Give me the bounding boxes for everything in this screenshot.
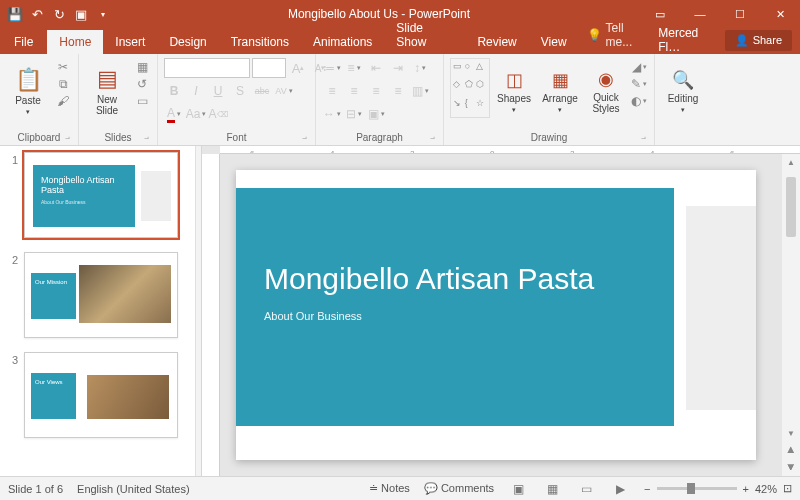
slide-editor: 6 4 2 0 2 4 6 Mongibello Artisan Pasta A… [202, 146, 800, 476]
save-icon[interactable]: 💾 [6, 5, 24, 23]
content-area: 1 Mongibello Artisan PastaAbout Our Busi… [0, 146, 800, 476]
scrollbar-thumb[interactable] [786, 177, 796, 237]
horizontal-ruler[interactable]: 6 4 2 0 2 4 6 [220, 146, 800, 154]
tab-view[interactable]: View [529, 30, 579, 54]
scroll-up-icon[interactable]: ▲ [783, 154, 799, 171]
strike-button[interactable]: abc [252, 81, 272, 101]
prev-slide-icon[interactable]: ⯅ [783, 442, 799, 459]
decrease-indent-button[interactable]: ⇤ [366, 58, 386, 78]
font-family-combo[interactable] [164, 58, 250, 78]
tab-insert[interactable]: Insert [103, 30, 157, 54]
tab-design[interactable]: Design [157, 30, 218, 54]
scroll-down-icon[interactable]: ▼ [783, 425, 799, 442]
thumbnail-number: 3 [8, 352, 18, 438]
align-left-button[interactable]: ≡ [322, 81, 342, 101]
language-status[interactable]: English (United States) [77, 483, 190, 495]
line-spacing-button[interactable]: ↕ [410, 58, 430, 78]
grow-font-icon[interactable]: A▴ [288, 58, 308, 78]
arrange-button[interactable]: ▦Arrange▾ [538, 58, 582, 124]
paste-button[interactable]: 📋Paste▾ [6, 58, 50, 124]
tab-home[interactable]: Home [47, 30, 103, 54]
justify-button[interactable]: ≡ [388, 81, 408, 101]
thumb-title: Mongibello Artisan Pasta [41, 175, 127, 196]
zoom-out-button[interactable]: − [644, 483, 650, 495]
qat-more-icon[interactable]: ▾ [94, 5, 112, 23]
normal-view-icon[interactable]: ▣ [508, 482, 528, 496]
zoom-slider[interactable] [657, 487, 737, 490]
editing-button[interactable]: 🔍Editing▾ [661, 58, 705, 124]
tab-file[interactable]: File [0, 30, 47, 54]
undo-icon[interactable]: ↶ [28, 5, 46, 23]
shapes-icon: ◫ [506, 69, 523, 91]
notes-button[interactable]: ≐ Notes [369, 482, 410, 495]
reading-view-icon[interactable]: ▭ [576, 482, 596, 496]
increase-indent-button[interactable]: ⇥ [388, 58, 408, 78]
slide-side-placeholder[interactable] [686, 206, 756, 410]
share-button[interactable]: 👤Share [725, 30, 792, 51]
format-painter-icon[interactable]: 🖌 [54, 94, 72, 108]
smartart-button[interactable]: ▣ [366, 104, 386, 124]
slide-canvas[interactable]: Mongibello Artisan Pasta About Our Busin… [220, 154, 782, 476]
thumbnail-1[interactable]: 1 Mongibello Artisan PastaAbout Our Busi… [8, 152, 193, 238]
copy-icon[interactable]: ⧉ [54, 77, 72, 91]
thumbnail-number: 2 [8, 252, 18, 338]
maximize-icon[interactable]: ☐ [720, 0, 760, 28]
next-slide-icon[interactable]: ⯆ [783, 459, 799, 476]
start-slideshow-icon[interactable]: ▣ [72, 5, 90, 23]
text-direction-button[interactable]: ↔ [322, 104, 342, 124]
shape-fill-icon[interactable]: ◢ [630, 60, 648, 74]
redo-icon[interactable]: ↻ [50, 5, 68, 23]
comments-button[interactable]: 💬 Comments [424, 482, 494, 495]
minimize-icon[interactable]: — [680, 0, 720, 28]
vertical-scrollbar[interactable]: ▲ ▼ ⯅ ⯆ [782, 154, 800, 476]
signed-in-user[interactable]: Merced Fl… [658, 26, 716, 54]
shapes-gallery[interactable]: ▭○△◇⬠⬡↘{☆ [450, 58, 490, 118]
thumbnail-3[interactable]: 3 Our Views [8, 352, 193, 438]
new-slide-button[interactable]: ▤New Slide [85, 58, 129, 124]
align-right-button[interactable]: ≡ [366, 81, 386, 101]
zoom-slider-handle[interactable] [687, 483, 695, 494]
tab-slideshow[interactable]: Slide Show [384, 16, 465, 54]
align-text-button[interactable]: ⊟ [344, 104, 364, 124]
change-case-button[interactable]: Aa [186, 104, 206, 124]
tab-transitions[interactable]: Transitions [219, 30, 301, 54]
slide-subtitle[interactable]: About Our Business [264, 310, 646, 322]
vertical-ruler[interactable] [202, 154, 220, 476]
shadow-button[interactable]: S [230, 81, 250, 101]
quick-styles-button[interactable]: ◉Quick Styles [586, 58, 626, 124]
reset-icon[interactable]: ↺ [133, 77, 151, 91]
tab-animations[interactable]: Animations [301, 30, 384, 54]
slideshow-view-icon[interactable]: ▶ [610, 482, 630, 496]
underline-button[interactable]: U [208, 81, 228, 101]
group-label-font: Font [164, 131, 309, 143]
tab-review[interactable]: Review [465, 30, 528, 54]
slide-thumbnails-panel[interactable]: 1 Mongibello Artisan PastaAbout Our Busi… [0, 146, 196, 476]
thumbnail-2[interactable]: 2 Our Mission [8, 252, 193, 338]
section-icon[interactable]: ▭ [133, 94, 151, 108]
font-color-button[interactable]: A [164, 104, 184, 124]
align-center-button[interactable]: ≡ [344, 81, 364, 101]
zoom-percent[interactable]: 42% [755, 483, 777, 495]
close-icon[interactable]: ✕ [760, 0, 800, 28]
cut-icon[interactable]: ✂ [54, 60, 72, 74]
fit-to-window-icon[interactable]: ⊡ [783, 482, 792, 495]
shape-effects-icon[interactable]: ◐ [630, 94, 648, 108]
sorter-view-icon[interactable]: ▦ [542, 482, 562, 496]
bold-button[interactable]: B [164, 81, 184, 101]
columns-button[interactable]: ▥ [410, 81, 430, 101]
slide-count[interactable]: Slide 1 of 6 [8, 483, 63, 495]
font-size-combo[interactable] [252, 58, 286, 78]
shape-outline-icon[interactable]: ✎ [630, 77, 648, 91]
numbering-button[interactable]: ≡ [344, 58, 364, 78]
layout-icon[interactable]: ▦ [133, 60, 151, 74]
italic-button[interactable]: I [186, 81, 206, 101]
char-spacing-button[interactable]: AV [274, 81, 294, 101]
clear-formatting-icon[interactable]: A⌫ [208, 104, 228, 124]
bullets-button[interactable]: ≔ [322, 58, 342, 78]
current-slide[interactable]: Mongibello Artisan Pasta About Our Busin… [236, 170, 756, 460]
zoom-in-button[interactable]: + [743, 483, 749, 495]
slide-title-block[interactable]: Mongibello Artisan Pasta About Our Busin… [236, 188, 674, 426]
tell-me-search[interactable]: 💡Tell me... [579, 16, 659, 54]
slide-title[interactable]: Mongibello Artisan Pasta [264, 262, 646, 296]
shapes-button[interactable]: ◫Shapes▾ [494, 58, 534, 124]
